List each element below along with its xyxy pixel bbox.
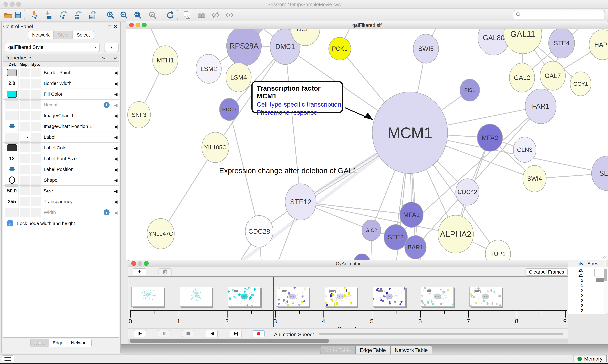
map-cell[interactable]: [20, 122, 30, 131]
export-network-button[interactable]: [59, 11, 68, 20]
show-all-button[interactable]: [225, 11, 234, 20]
map-cell[interactable]: [20, 90, 30, 99]
node-ALPHA2[interactable]: ALPHA2: [438, 215, 473, 253]
clone-network-button[interactable]: [182, 11, 192, 20]
node-SWI5[interactable]: SWI5: [413, 34, 439, 63]
byp-cell[interactable]: [31, 68, 41, 77]
expand-all-icon[interactable]: »: [102, 55, 105, 61]
property-row-transparency[interactable]: 255Transparency◀: [3, 196, 119, 207]
zoom-fit-button[interactable]: [133, 11, 142, 20]
def-cell[interactable]: [5, 143, 19, 152]
def-cell[interactable]: [5, 111, 19, 120]
expand-property-icon[interactable]: ◀: [114, 188, 117, 194]
node-GIC2[interactable]: GIC2: [362, 220, 381, 241]
byp-cell[interactable]: [31, 197, 41, 206]
properties-header[interactable]: Properties ▾ » «: [3, 54, 119, 61]
panel-list-button[interactable]: [2, 355, 14, 363]
frame-thumbnail-6[interactable]: MCM1: [421, 287, 454, 307]
property-row-image-chart-position-1[interactable]: Image/Chart Position 1◀: [3, 121, 119, 132]
style-options-button[interactable]: ▾: [104, 43, 119, 52]
results-row[interactable]: 2: [568, 303, 583, 308]
frame-thumbnail-4[interactable]: MCM1: [325, 287, 357, 307]
property-row-size[interactable]: 50.0Size◀: [3, 186, 119, 196]
network-window-titlebar[interactable]: galFiltered.sif: [126, 21, 608, 29]
tab-network[interactable]: Network: [28, 31, 54, 39]
refresh-button[interactable]: [166, 11, 175, 20]
map-cell[interactable]: [20, 186, 30, 195]
stop-button[interactable]: [182, 330, 194, 337]
network-canvas[interactable]: RPS28BRPS28ADMC1DCP1PCK1MTH1LSM2LSM4SNF3…: [126, 29, 608, 260]
results-row[interactable]: 2: [568, 288, 583, 293]
pause-button[interactable]: [158, 330, 170, 337]
expand-property-icon[interactable]: ◀: [114, 81, 117, 86]
node-SLT2[interactable]: SLT2: [592, 156, 608, 191]
node-CDC28[interactable]: CDC28: [245, 216, 273, 247]
property-row-fill-color[interactable]: Fill Color◀: [3, 89, 119, 100]
node-MFA1[interactable]: MFA1: [400, 202, 423, 227]
tab-edge-table[interactable]: Edge Table: [355, 346, 390, 355]
property-row-border-paint[interactable]: Border Paint◀: [3, 67, 119, 78]
collapse-all-icon[interactable]: «: [114, 55, 117, 61]
node-LSM2[interactable]: LSM2: [196, 54, 221, 83]
node-RPS28A[interactable]: RPS28A: [227, 29, 262, 66]
export-table-button[interactable]: [73, 11, 83, 20]
expand-property-icon[interactable]: ◀: [114, 178, 117, 183]
expand-property-icon[interactable]: ◀: [114, 156, 117, 161]
map-cell[interactable]: [20, 68, 30, 77]
def-cell[interactable]: [5, 122, 19, 131]
scrollbar-thumb[interactable]: [130, 339, 329, 343]
expand-property-icon[interactable]: ◀: [114, 145, 117, 151]
frame-thumbnail-1[interactable]: [180, 287, 212, 307]
property-row-width[interactable]: Widthi◀: [3, 207, 119, 218]
results-row[interactable]: 2: [568, 278, 583, 283]
def-cell[interactable]: 12: [5, 154, 19, 163]
open-session-button[interactable]: [3, 11, 13, 20]
import-table-button[interactable]: [43, 11, 53, 20]
node-MFA2[interactable]: MFA2: [477, 124, 503, 151]
node-PCK1[interactable]: PCK1: [329, 37, 351, 60]
def-cell[interactable]: [5, 133, 19, 142]
timeline-scrollbar[interactable]: [128, 338, 568, 343]
node-TUP1[interactable]: TUP1: [485, 240, 511, 260]
property-row-label-color[interactable]: Label Color◀: [3, 143, 119, 153]
bottom-tab-edge[interactable]: Edge: [49, 339, 67, 347]
def-cell[interactable]: [5, 100, 19, 109]
node-STE4[interactable]: STE4: [549, 29, 575, 58]
cyanimator-titlebar[interactable]: CyAnimator: [128, 260, 568, 267]
memory-button[interactable]: Memory: [573, 355, 607, 363]
map-cell[interactable]: [20, 100, 30, 109]
property-row-border-width[interactable]: 2.0Border Width◀: [3, 78, 119, 89]
results-row[interactable]: 2: [568, 298, 583, 303]
record-button[interactable]: [252, 330, 264, 337]
byp-cell[interactable]: [31, 133, 41, 142]
map-cell[interactable]: [20, 143, 30, 152]
edge[interactable]: [161, 147, 215, 234]
frame-thumbnail-0[interactable]: [131, 287, 164, 307]
node-GAL7[interactable]: GAL7: [540, 61, 566, 90]
expand-property-icon[interactable]: ◀: [114, 199, 117, 205]
export-image-button[interactable]: [88, 11, 97, 20]
map-cell[interactable]: [20, 208, 30, 217]
byp-cell[interactable]: [31, 154, 41, 163]
timeline[interactable]: Seconds 0123456789MCM1MCM1MCM1MCM1MCM1MC…: [128, 277, 568, 328]
zoom-in-button[interactable]: [106, 11, 115, 20]
add-frame-button[interactable]: +: [133, 268, 146, 275]
map-cell[interactable]: ⋮›: [20, 133, 30, 142]
node-MCM1[interactable]: MCM1: [372, 92, 448, 173]
map-cell[interactable]: [20, 197, 30, 206]
map-cell[interactable]: [20, 176, 30, 184]
style-combobox[interactable]: galFiltered Style ▾: [5, 43, 100, 52]
node-GAL2[interactable]: GAL2: [509, 63, 535, 92]
def-cell[interactable]: 255: [5, 197, 19, 206]
hide-selected-button[interactable]: [211, 11, 220, 20]
byp-cell[interactable]: [31, 90, 41, 99]
frame-thumbnail-3[interactable]: MCM1: [276, 287, 309, 307]
delete-frame-button[interactable]: [158, 268, 172, 275]
play-button[interactable]: [134, 330, 146, 337]
save-session-button[interactable]: [13, 11, 23, 20]
def-cell[interactable]: [5, 165, 19, 174]
annotation-box[interactable]: Transcription factor MCM1 Cell-type-spec…: [251, 81, 343, 113]
tab-style[interactable]: Style: [54, 31, 72, 39]
info-icon[interactable]: i: [104, 102, 110, 108]
results-row[interactable]: 1: [568, 283, 583, 288]
